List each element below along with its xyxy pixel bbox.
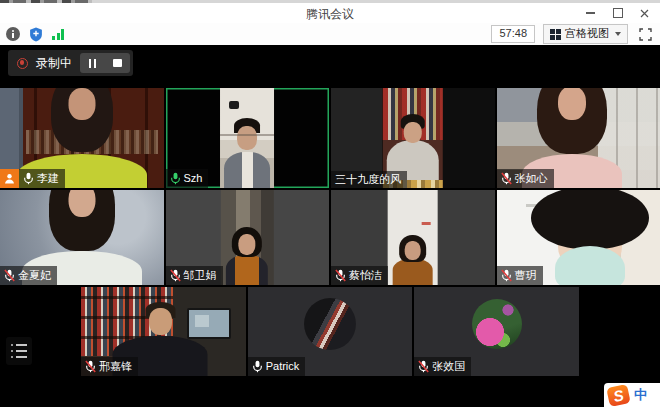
- video-tile-zhangxiaoguo[interactable]: 张效国: [414, 287, 579, 376]
- avatar: [472, 299, 522, 349]
- person-silhouette: [393, 259, 433, 285]
- participant-name: 蔡怡洁: [349, 270, 382, 281]
- fullscreen-icon: [639, 28, 652, 41]
- network-signal-icon[interactable]: [52, 28, 64, 40]
- mic-icon: [252, 360, 263, 373]
- minimize-icon: [586, 12, 595, 14]
- video-grid-row-3: 邢嘉锋 Patrick 张效国: [81, 287, 579, 376]
- meeting-stage: 录制中 李建 Szh: [0, 45, 660, 407]
- participant-label: 张效国: [414, 357, 471, 376]
- meeting-timer: 57:48: [491, 25, 535, 43]
- person-silhouette: [224, 152, 270, 188]
- participant-name: 曹玥: [515, 270, 537, 281]
- participant-name: 李建: [37, 173, 59, 184]
- record-dot-icon: [17, 58, 28, 69]
- mic-icon: [501, 269, 512, 282]
- fullscreen-button[interactable]: [636, 26, 654, 42]
- video-feed: [221, 190, 273, 285]
- sogou-icon: S: [606, 384, 630, 407]
- participant-label: 蔡怡洁: [331, 266, 388, 285]
- person-silhouette: [226, 255, 268, 285]
- participant-label: Szh: [166, 169, 209, 188]
- maximize-button[interactable]: [604, 3, 631, 23]
- video-tile-zouweijuan[interactable]: 邹卫娟: [166, 190, 330, 285]
- window-title: 腾讯会议: [0, 6, 660, 23]
- maximize-icon: [613, 8, 623, 18]
- video-tile-jinxiafei[interactable]: 金夏妃: [0, 190, 164, 285]
- meeting-window: 腾讯会议 57:48 宫格视图: [0, 0, 660, 407]
- video-tile-caoyue[interactable]: 曹玥: [497, 190, 660, 285]
- participant-label: 金夏妃: [0, 266, 57, 285]
- grid-icon: [550, 29, 561, 40]
- grid-view-label: 宫格视图: [565, 27, 609, 40]
- participant-label: 李建: [19, 169, 65, 188]
- participant-name: Patrick: [266, 361, 300, 372]
- host-badge: [0, 169, 19, 188]
- participant-label: 张如心: [497, 169, 554, 188]
- stop-icon: [113, 59, 122, 68]
- recording-controls: [80, 53, 130, 73]
- security-shield-icon[interactable]: [29, 27, 43, 42]
- meeting-toolbar: 57:48 宫格视图: [0, 23, 660, 45]
- close-button[interactable]: [631, 3, 658, 23]
- recording-indicator: 录制中: [8, 50, 133, 76]
- mic-icon: [23, 172, 34, 185]
- mic-icon: [170, 269, 181, 282]
- window-titlebar: 腾讯会议: [0, 3, 660, 23]
- participant-label: 曹玥: [497, 266, 543, 285]
- mic-icon: [501, 172, 512, 185]
- participant-label: 邢嘉锋: [81, 357, 138, 376]
- video-feed: [387, 190, 438, 285]
- chevron-down-icon: [615, 32, 621, 36]
- participant-name: 张如心: [515, 173, 548, 184]
- participant-name: 金夏妃: [18, 270, 51, 281]
- toolbar-left: [6, 27, 64, 42]
- member-list-icon[interactable]: [6, 337, 32, 365]
- ime-indicator[interactable]: S 中: [604, 383, 660, 407]
- avatar: [304, 298, 356, 350]
- recording-label: 录制中: [36, 55, 72, 72]
- mic-icon: [170, 172, 181, 185]
- mic-icon: [335, 269, 346, 282]
- video-tile-lijian[interactable]: 李建: [0, 88, 164, 188]
- info-icon[interactable]: [6, 27, 20, 41]
- mic-icon: [418, 360, 429, 373]
- ime-language: 中: [634, 386, 647, 404]
- participant-name: 张效国: [432, 361, 465, 372]
- pause-recording-button[interactable]: [80, 53, 105, 73]
- video-tile-szh[interactable]: Szh: [166, 88, 330, 188]
- participant-label: Patrick: [248, 357, 306, 376]
- mic-icon: [85, 360, 96, 373]
- person-icon: [4, 173, 15, 184]
- window-controls: [577, 3, 658, 23]
- tv-screen: [187, 308, 231, 339]
- participant-name: Szh: [184, 173, 203, 184]
- participant-name: 邢嘉锋: [99, 361, 132, 372]
- video-grid-row-2: 金夏妃 邹卫娟 蔡怡洁: [0, 190, 660, 285]
- video-tile-caiyijie[interactable]: 蔡怡洁: [331, 190, 495, 285]
- participant-name: 邹卫娟: [184, 270, 217, 281]
- mic-icon: [4, 269, 15, 282]
- video-tile-xingjiafeng[interactable]: 邢嘉锋: [81, 287, 246, 376]
- toolbar-right: 57:48 宫格视图: [491, 24, 654, 43]
- minimize-button[interactable]: [577, 3, 604, 23]
- pause-icon: [89, 59, 97, 68]
- close-icon: [640, 9, 649, 18]
- stop-recording-button[interactable]: [105, 53, 130, 73]
- video-tile-patrick[interactable]: Patrick: [248, 287, 413, 376]
- video-feed: [220, 88, 274, 188]
- participant-name: 三十九度的风: [335, 174, 401, 185]
- participant-label: 邹卫娟: [166, 266, 223, 285]
- video-tile-sanshijiudu[interactable]: 三十九度的风: [331, 88, 495, 188]
- video-tile-zhangruxin[interactable]: 张如心: [497, 88, 660, 188]
- grid-view-button[interactable]: 宫格视图: [543, 24, 628, 43]
- participant-label: 三十九度的风: [331, 171, 407, 188]
- video-grid-row-1: 李建 Szh 三十九度的风: [0, 88, 660, 188]
- person-silhouette: [558, 220, 622, 272]
